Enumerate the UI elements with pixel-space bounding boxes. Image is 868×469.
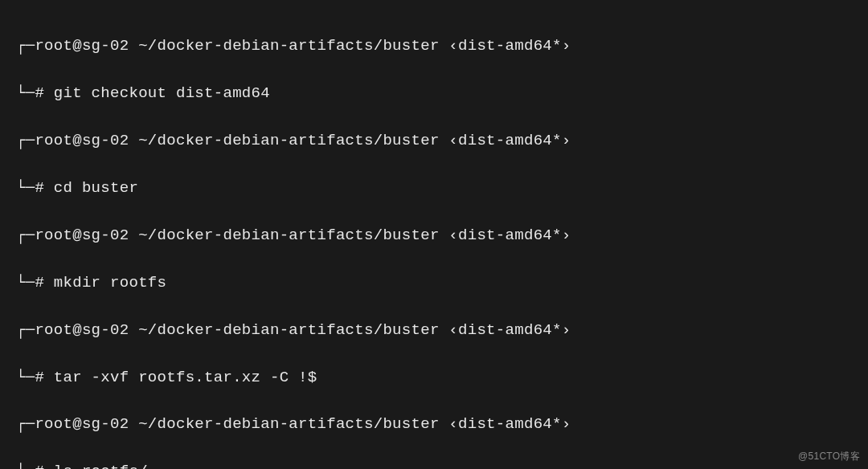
prompt-top: ┌─root@sg-02 ~/docker-debian-artifacts/b… xyxy=(16,129,852,153)
prompt-top: ┌─root@sg-02 ~/docker-debian-artifacts/b… xyxy=(16,224,852,247)
prompt-cmd: └─# mkdir rootfs xyxy=(16,271,852,295)
terminal-output: ┌─root@sg-02 ~/docker-debian-artifacts/b… xyxy=(16,11,852,469)
watermark-text: @51CTO博客 xyxy=(798,449,860,464)
command-text: mkdir rootfs xyxy=(54,274,166,292)
prompt-cmd: └─# ls rootfs/ xyxy=(16,460,852,469)
command-text: cd buster xyxy=(54,179,138,197)
command-text: ls rootfs/ xyxy=(54,463,148,469)
prompt-cmd: └─# tar -xvf rootfs.tar.xz -C !$ xyxy=(16,366,852,389)
prompt-cmd: └─# git checkout dist-amd64 xyxy=(16,82,852,105)
command-text: tar -xvf rootfs.tar.xz -C !$ xyxy=(54,369,317,386)
command-text: git checkout dist-amd64 xyxy=(54,84,270,102)
prompt-top: ┌─root@sg-02 ~/docker-debian-artifacts/b… xyxy=(16,413,852,436)
prompt-top: ┌─root@sg-02 ~/docker-debian-artifacts/b… xyxy=(16,319,852,342)
prompt-top: ┌─root@sg-02 ~/docker-debian-artifacts/b… xyxy=(16,35,852,58)
prompt-cmd: └─# cd buster xyxy=(16,177,852,200)
